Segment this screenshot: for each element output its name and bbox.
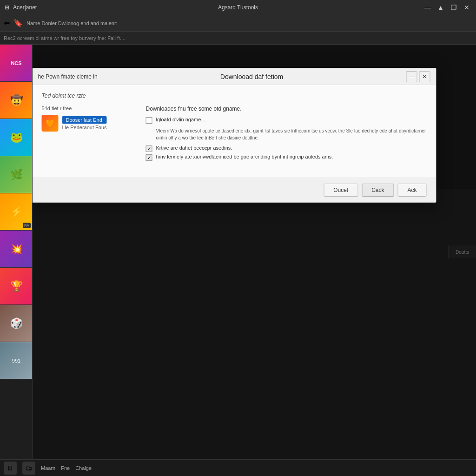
sub-toolbar-text: Rec2 ocreem dl atme wr free toy burvery … [4,35,126,41]
restore-button[interactable]: ❐ [449,3,458,12]
dialog-title-controls: — ✕ [406,71,430,82]
main-area: NCS 🤠 🐸 🌿 ⚡ FA 💥 🏆 🎲 991 [0,45,476,459]
app-name: Acer|anet [13,4,37,11]
toolbar-icon: ⬅ [4,19,10,27]
title-bar-left: ⊞ Acer|anet [5,4,37,11]
close-button[interactable]: ✕ [462,3,471,12]
dialog-description-1: Vleern'Wa do wrnesof opote tie dased ene… [156,127,427,141]
toolbar: ⬅ 🔖 Name Donler Dwllonog end and malenr: [0,15,476,32]
dialog-checkbox-1[interactable] [146,117,152,124]
dialog-item-label: Dooser last End [62,116,107,124]
sidebar-game-8[interactable]: 🎲 [0,305,33,342]
taskbar: 🖥 🗂 Maarn Fne Chalge [0,459,476,476]
sub-toolbar: Rec2 ocreem dl atme wr free toy burvery … [0,32,476,45]
game-thumbnail-7: 🏆 [0,268,33,304]
dialog-left-section-label: 54d tlet r free [42,106,135,111]
dialog-close-button[interactable]: ✕ [419,71,430,82]
dialog-checkbox-2[interactable]: ✓ [146,145,152,152]
title-bar: ⊞ Acer|anet Agsard Tustools — ▲ ❐ ✕ [0,0,476,15]
game-thumbnail-3: 🐸 [0,119,33,156]
dialog-left-column: 54d tlet r free 🧡 Dooser last End Lle Pe… [42,106,135,163]
sidebar-game-5[interactable]: ⚡ FA [0,193,33,231]
sidebar: NCS 🤠 🐸 🌿 ⚡ FA 💥 🏆 🎲 991 [0,45,33,459]
sidebar-game-4[interactable]: 🌿 [0,156,33,193]
toolbar-icon2: 🔖 [13,19,23,27]
dialog-minimize-button[interactable]: — [406,71,417,82]
dialog-button-3[interactable]: Ack [397,184,426,197]
dialog-checkbox-label-3: hmv lerx ely ate xionvwdlaenficed be goe… [156,154,333,159]
dialog-item-info: Dooser last End Lle Pederaout Fous [62,116,107,130]
sidebar-game-1[interactable]: NCS [0,45,33,82]
dialog-button-2[interactable]: Cack [362,184,394,197]
game-thumbnail-2: 🤠 [0,82,33,119]
toolbar-text: Name Donler Dwllonog end and malenr: [26,20,118,26]
dialog-title-center: Downlooad daf fetiom [220,73,283,80]
taskbar-item-3[interactable]: Chalge [75,465,92,471]
game-thumbnail-1: NCS [0,45,33,81]
taskbar-item-1[interactable]: Maarn [41,465,55,471]
minimize-button[interactable]: — [423,3,432,12]
sidebar-game-3[interactable]: 🐸 [0,119,33,156]
modal-overlay: he Pown fmate cleme in Downlooad daf fet… [33,45,476,459]
dialog-footer: Oucet Cack Ack [33,178,436,202]
dialog-body: Ted doimt tce rzte 54d tlet r free 🧡 Doo… [33,85,436,178]
dialog-item-row: 🧡 Dooser last End Lle Pederaout Fous [42,115,135,132]
dialog-checkbox-label-1: lgloafd o'vlin ngame... [156,117,205,122]
sidebar-game-6[interactable]: 💥 [0,231,33,268]
game-thumbnail-8: 🎲 [0,305,33,342]
game-badge-5: FA [23,223,31,228]
dialog-checkbox-row-1[interactable]: lgloafd o'vlin ngame... [146,117,427,124]
game-label-9: 991 [12,358,20,364]
taskbar-icon-1[interactable]: 🖥 [4,462,17,475]
app-icon: ⊞ [5,4,9,11]
dialog-checkbox-3[interactable]: ✓ [146,154,152,161]
content-area: 🛡 Download Now Doutts he [33,45,476,459]
dialog-right-title: Downloades fnu free some otd gname. [146,106,427,112]
dialog-button-1[interactable]: Oucet [324,184,358,197]
game-thumbnail-4: 🌿 [0,156,33,193]
sidebar-game-2[interactable]: 🤠 [0,82,33,119]
dialog-columns: 54d tlet r free 🧡 Dooser last End Lle Pe… [42,106,427,163]
game-label-1: NCS [11,60,21,66]
dialog-title-bar: he Pown fmate cleme in Downlooad daf fet… [33,68,436,85]
dialog-checkbox-row-2[interactable]: ✓ Krtive are dahet becocpr asedins. [146,145,427,152]
dialog-right-column: Downloades fnu free some otd gname. lglo… [146,106,427,163]
sidebar-game-9[interactable]: 991 [0,342,33,379]
dialog-subtitle: Ted doimt tce rzte [42,93,427,99]
game-thumbnail-6: 💥 [0,231,33,267]
dialog: he Pown fmate cleme in Downlooad daf fet… [33,68,436,203]
dialog-item-icon: 🧡 [42,115,59,132]
dialog-checkbox-label-2: Krtive are dahet becocpr asedins. [156,145,232,151]
taskbar-icon-1-symbol: 🖥 [7,464,13,472]
dialog-item-sublabel: Lle Pederaout Fous [62,125,107,130]
taskbar-icon-2[interactable]: 🗂 [22,462,35,475]
dialog-title-left: he Pown fmate cleme in [38,73,98,80]
maximize-button[interactable]: ▲ [436,3,445,12]
taskbar-icon-2-symbol: 🗂 [26,464,32,472]
window-title: Agsard Tustools [218,4,258,11]
sidebar-game-7[interactable]: 🏆 [0,268,33,305]
window-controls: — ▲ ❐ ✕ [423,3,471,12]
taskbar-item-2[interactable]: Fne [61,465,70,471]
game-thumbnail-9: 991 [0,342,33,379]
dialog-checkbox-row-3[interactable]: ✓ hmv lerx ely ate xionvwdlaenficed be g… [146,154,427,161]
